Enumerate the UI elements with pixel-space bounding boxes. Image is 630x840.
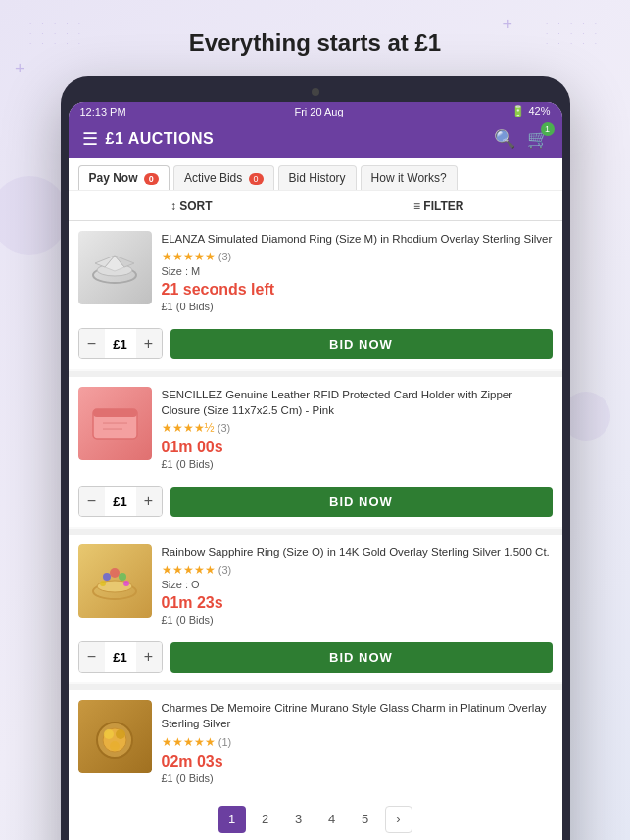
- search-icon[interactable]: 🔍: [494, 128, 515, 150]
- bid-now-button-2[interactable]: BID NOW: [170, 487, 553, 517]
- svg-point-13: [119, 573, 126, 581]
- bid-row-1: − £1 + BID NOW: [69, 322, 562, 369]
- page-heading: Everything starts at £1: [189, 29, 441, 57]
- tab-bid-history[interactable]: Bid History: [278, 165, 357, 190]
- header-icons: 🔍 🛒 1: [494, 128, 549, 150]
- product-title-3: Rainbow Sapphire Ring (Size O) in 14K Go…: [162, 544, 553, 560]
- product-stars-2: ★★★★½ (3): [162, 421, 553, 435]
- qty-control-1: − £1 +: [78, 328, 163, 359]
- tablet-camera: [312, 88, 319, 96]
- sapphire-ring-image: [78, 544, 152, 618]
- product-img-2: [78, 387, 152, 460]
- cart-badge: 1: [541, 122, 555, 136]
- product-item-2: SENCILLEZ Genuine Leather RFID Protected…: [69, 377, 562, 527]
- tab-how-it-works[interactable]: How it Works?: [361, 165, 458, 190]
- bg-plus-2: +: [15, 59, 25, 79]
- tab-how-it-works-label: How it Works?: [371, 171, 447, 185]
- timer-seconds-2: 00s: [197, 439, 223, 455]
- filter-button[interactable]: ≡ FILTER: [315, 191, 562, 220]
- product-main-1: ELANZA Simulated Diamond Ring (Size M) i…: [69, 221, 562, 322]
- tab-active-bids-badge: 0: [249, 173, 264, 185]
- bid-row-3: − £1 + BID NOW: [69, 635, 562, 682]
- svg-point-15: [123, 581, 129, 586]
- tabs-bar: Pay Now 0 Active Bids 0 Bid History How …: [69, 158, 562, 191]
- product-img-4: [78, 700, 152, 773]
- product-size-1: Size : M: [162, 265, 553, 277]
- product-info-2: SENCILLEZ Genuine Leather RFID Protected…: [162, 387, 553, 470]
- tab-pay-now[interactable]: Pay Now 0: [78, 165, 170, 190]
- qty-increase-1[interactable]: +: [136, 329, 162, 358]
- svg-point-11: [103, 573, 111, 581]
- tablet-shell: 12:13 PM Fri 20 Aug 🔋 42% ☰ £1 AUCTIONS …: [61, 76, 570, 840]
- svg-rect-6: [93, 409, 137, 417]
- review-count-1: (3): [218, 251, 231, 262]
- battery-icon: 🔋: [511, 105, 525, 117]
- bid-row-2: − £1 + BID NOW: [69, 480, 562, 527]
- review-count-4: (1): [218, 736, 231, 748]
- status-battery: 🔋 42%: [511, 105, 550, 117]
- sort-button[interactable]: ↕ SORT: [69, 191, 316, 220]
- page-3[interactable]: 3: [285, 806, 313, 833]
- qty-decrease-3[interactable]: −: [79, 642, 105, 672]
- hamburger-icon[interactable]: ☰: [82, 128, 98, 150]
- product-price-1: £1 (0 Bids): [162, 301, 553, 312]
- status-bar: 12:13 PM Fri 20 Aug 🔋 42%: [69, 102, 562, 120]
- bg-dots-1: · · · · ·· · · · ·· · · · ·: [29, 20, 84, 49]
- product-stars-3: ★★★★★ (3): [162, 563, 553, 577]
- qty-increase-2[interactable]: +: [136, 487, 162, 516]
- svg-point-19: [116, 729, 125, 739]
- page-1[interactable]: 1: [218, 806, 246, 833]
- product-item-3: Rainbow Sapphire Ring (Size O) in 14K Go…: [69, 535, 562, 682]
- page-4[interactable]: 4: [318, 806, 346, 833]
- product-main-4: Charmes De Memoire Citrine Murano Style …: [69, 690, 562, 793]
- product-timer-1: 21 seconds left: [162, 281, 553, 299]
- wallet-image: [78, 387, 152, 460]
- qty-control-3: − £1 +: [78, 641, 163, 673]
- svg-point-12: [110, 568, 120, 578]
- timer-value-1: 21 seconds left: [162, 281, 275, 298]
- bg-plus-1: +: [502, 15, 512, 35]
- qty-decrease-2[interactable]: −: [79, 487, 105, 516]
- page-next-chevron[interactable]: ›: [385, 806, 412, 833]
- product-price-2: £1 (0 Bids): [162, 458, 553, 470]
- app-header: ☰ £1 AUCTIONS 🔍 🛒 1: [69, 120, 562, 158]
- status-time: 12:13 PM: [80, 106, 126, 117]
- svg-point-20: [110, 741, 120, 751]
- timer-value-2: 01m: [162, 439, 197, 455]
- product-info-3: Rainbow Sapphire Ring (Size O) in 14K Go…: [162, 544, 553, 626]
- cart-wrapper[interactable]: 🛒 1: [527, 128, 549, 150]
- page-5[interactable]: 5: [352, 806, 379, 833]
- product-stars-4: ★★★★★ (1): [162, 735, 553, 749]
- product-title-4: Charmes De Memoire Citrine Murano Style …: [162, 700, 553, 731]
- product-title-2: SENCILLEZ Genuine Leather RFID Protected…: [162, 387, 553, 418]
- bid-now-button-3[interactable]: BID NOW: [170, 642, 553, 673]
- qty-decrease-1[interactable]: −: [79, 329, 105, 358]
- qty-value-1: £1: [105, 337, 136, 351]
- citrine-charm-image: [78, 700, 152, 773]
- product-item-4: Charmes De Memoire Citrine Murano Style …: [69, 690, 562, 793]
- svg-point-14: [100, 581, 106, 586]
- product-img-1: [78, 231, 152, 304]
- tab-active-bids[interactable]: Active Bids 0: [173, 165, 274, 190]
- header-title: £1 AUCTIONS: [106, 130, 215, 148]
- product-price-3: £1 (0 Bids): [162, 614, 553, 626]
- sort-filter-bar: ↕ SORT ≡ FILTER: [69, 191, 562, 221]
- review-count-3: (3): [218, 564, 231, 576]
- bg-circle-1: [0, 176, 69, 255]
- tab-pay-now-badge: 0: [144, 173, 159, 185]
- qty-increase-3[interactable]: +: [136, 642, 162, 672]
- product-main-3: Rainbow Sapphire Ring (Size O) in 14K Go…: [69, 535, 562, 635]
- timer-seconds-4: 03s: [197, 753, 223, 770]
- page-2[interactable]: 2: [252, 806, 279, 833]
- product-item-1: ELANZA Simulated Diamond Ring (Size M) i…: [69, 221, 562, 369]
- product-size-3: Size : O: [162, 579, 553, 590]
- svg-point-18: [104, 729, 114, 739]
- product-img-3: [78, 544, 152, 618]
- status-date: Fri 20 Aug: [294, 106, 343, 117]
- product-timer-2: 01m 00s: [162, 439, 553, 456]
- tab-active-bids-label: Active Bids: [184, 171, 242, 185]
- timer-seconds-3: 23s: [197, 594, 223, 611]
- bid-now-button-1[interactable]: BID NOW: [170, 329, 553, 359]
- product-info-4: Charmes De Memoire Citrine Murano Style …: [162, 700, 553, 783]
- pagination-bar: 1 2 3 4 5 ›: [69, 796, 562, 840]
